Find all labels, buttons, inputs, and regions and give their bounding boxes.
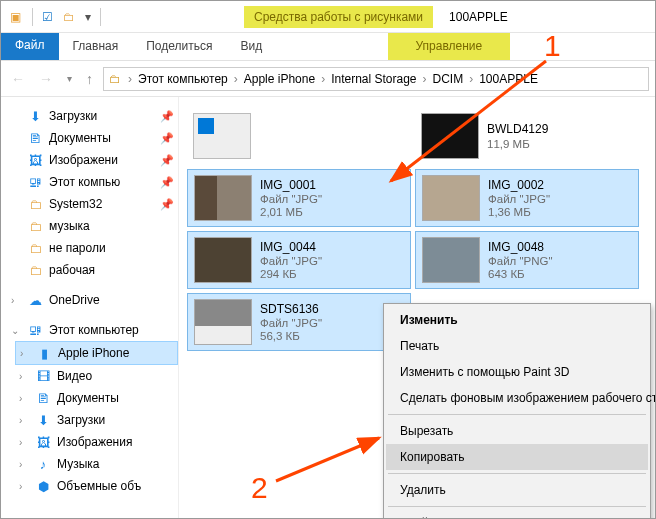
chevron-right-icon[interactable]: › xyxy=(467,72,475,86)
sidebar-item-label: рабочая xyxy=(49,263,95,277)
file-tile[interactable]: IMG_0002 Файл "JPG" 1,36 МБ xyxy=(415,169,639,227)
file-size: 643 КБ xyxy=(488,268,553,280)
sidebar-item[interactable]: › ⬇ Загрузки xyxy=(15,409,178,431)
context-menu-item[interactable]: Изменить с помощью Paint 3D xyxy=(386,359,648,385)
file-type: Файл "JPG" xyxy=(260,193,322,205)
cube-icon: ⬢ xyxy=(35,478,51,494)
chevron-right-icon[interactable]: › xyxy=(19,393,29,404)
video-icon: 🎞 xyxy=(35,368,51,384)
sidebar-item-label: музыка xyxy=(49,219,90,233)
sidebar-item[interactable]: › 🎞 Видео xyxy=(15,365,178,387)
sidebar-item-label: Загрузки xyxy=(49,109,97,123)
sidebar-item[interactable]: 🗀 System32 📌 xyxy=(7,193,178,215)
qat-folder-icon[interactable]: 🗀 xyxy=(63,10,75,24)
file-size: 11,9 МБ xyxy=(487,138,548,150)
context-menu-item[interactable]: Сделать фоновым изображением рабочего ст… xyxy=(386,385,648,411)
chevron-right-icon[interactable]: › xyxy=(232,72,240,86)
file-name: SDTS6136 xyxy=(260,302,322,316)
context-menu-item[interactable]: Свойства xyxy=(386,510,648,519)
picture-tools-tab[interactable]: Средства работы с рисунками xyxy=(244,6,433,28)
title-bar: ▣ ☑ 🗀 ▾ Средства работы с рисунками 100A… xyxy=(1,1,655,33)
context-menu-item[interactable]: Копировать xyxy=(386,444,648,470)
context-menu-item[interactable]: Печать xyxy=(386,333,648,359)
file-name: IMG_0048 xyxy=(488,240,553,254)
sidebar-item[interactable]: 🗀 рабочая xyxy=(7,259,178,281)
sidebar-item-label: Музыка xyxy=(57,457,99,471)
ribbon-tabs: Файл Главная Поделиться Вид Управление xyxy=(1,33,655,61)
quick-access-toolbar: ☑ 🗀 ▾ xyxy=(36,10,97,24)
tab-share[interactable]: Поделиться xyxy=(132,33,226,60)
file-tile[interactable] xyxy=(187,107,411,165)
chevron-right-icon[interactable]: › xyxy=(19,415,29,426)
sidebar-item[interactable]: › ⬢ Объемные объ xyxy=(15,475,178,497)
cloud-icon: ☁ xyxy=(27,292,43,308)
file-tile[interactable]: IMG_0001 Файл "JPG" 2,01 МБ xyxy=(187,169,411,227)
file-meta: IMG_0044 Файл "JPG" 294 КБ xyxy=(260,240,322,280)
address-bar[interactable]: 🗀 › Этот компьютер › Apple iPhone › Inte… xyxy=(103,67,649,91)
context-menu: ИзменитьПечатьИзменить с помощью Paint 3… xyxy=(383,303,651,519)
sidebar-item[interactable]: 🗀 не пароли xyxy=(7,237,178,259)
crumb[interactable]: Этот компьютер xyxy=(134,72,232,86)
file-type: Файл "JPG" xyxy=(488,193,550,205)
chevron-right-icon[interactable]: › xyxy=(319,72,327,86)
crumb[interactable]: DCIM xyxy=(429,72,468,86)
download-icon: ⬇ xyxy=(35,412,51,428)
sidebar-item-label: Изображени xyxy=(49,153,118,167)
sidebar-item[interactable]: 🗀 музыка xyxy=(7,215,178,237)
sidebar-item-label: Видео xyxy=(57,369,92,383)
chevron-right-icon[interactable]: › xyxy=(11,295,21,306)
tab-view[interactable]: Вид xyxy=(226,33,276,60)
recent-dropdown-icon[interactable]: ▾ xyxy=(63,73,76,84)
chevron-down-icon[interactable]: ⌄ xyxy=(11,325,21,336)
sidebar-item[interactable]: › 🖼 Изображения xyxy=(15,431,178,453)
doc-icon: 🖹 xyxy=(35,390,51,406)
sidebar-item-label: Этот компьютер xyxy=(49,323,139,337)
window-title: 100APPLE xyxy=(433,10,524,24)
context-menu-item[interactable]: Изменить xyxy=(386,307,648,333)
context-menu-item[interactable]: Удалить xyxy=(386,477,648,503)
file-meta: IMG_0048 Файл "PNG" 643 КБ xyxy=(488,240,553,280)
chevron-right-icon[interactable]: › xyxy=(20,348,30,359)
chevron-right-icon[interactable]: › xyxy=(126,72,134,86)
chevron-right-icon[interactable]: › xyxy=(19,459,29,470)
sidebar-item-label: OneDrive xyxy=(49,293,100,307)
crumb[interactable]: 100APPLE xyxy=(475,72,542,86)
sidebar-item-onedrive[interactable]: › ☁ OneDrive xyxy=(7,289,178,311)
crumb[interactable]: Internal Storage xyxy=(327,72,420,86)
pin-icon: 📌 xyxy=(160,110,174,123)
tab-home[interactable]: Главная xyxy=(59,33,133,60)
sidebar-item[interactable]: › ♪ Музыка xyxy=(15,453,178,475)
chevron-right-icon[interactable]: › xyxy=(19,481,29,492)
up-button[interactable]: ↑ xyxy=(82,71,97,87)
file-name: IMG_0002 xyxy=(488,178,550,192)
sidebar-item[interactable]: › 🖹 Документы xyxy=(15,387,178,409)
chevron-right-icon[interactable]: › xyxy=(19,437,29,448)
sidebar-item[interactable]: ⬇ Загрузки 📌 xyxy=(7,105,178,127)
sidebar-item[interactable]: 🖹 Документы 📌 xyxy=(7,127,178,149)
qat-checked-icon[interactable]: ☑ xyxy=(42,10,53,24)
sidebar-item[interactable]: › ▮ Apple iPhone xyxy=(15,341,178,365)
file-size: 2,01 МБ xyxy=(260,206,322,218)
pc-icon: 🖳 xyxy=(27,322,43,338)
file-size: 1,36 МБ xyxy=(488,206,550,218)
sidebar-item[interactable]: 🖼 Изображени 📌 xyxy=(7,149,178,171)
back-button[interactable]: ← xyxy=(7,71,29,87)
tab-manage[interactable]: Управление xyxy=(388,33,511,60)
file-tile[interactable]: IMG_0044 Файл "JPG" 294 КБ xyxy=(187,231,411,289)
tab-file[interactable]: Файл xyxy=(1,33,59,60)
qat-overflow-icon[interactable]: ▾ xyxy=(85,10,91,24)
file-meta: BWLD4129 11,9 МБ xyxy=(487,122,548,150)
sidebar-item-thispc[interactable]: ⌄ 🖳 Этот компьютер xyxy=(7,319,178,341)
sidebar-item[interactable]: 🖳 Этот компью 📌 xyxy=(7,171,178,193)
forward-button[interactable]: → xyxy=(35,71,57,87)
file-tile[interactable]: SDTS6136 Файл "JPG" 56,3 КБ xyxy=(187,293,411,351)
context-menu-item[interactable]: Вырезать xyxy=(386,418,648,444)
file-tile[interactable]: IMG_0048 Файл "PNG" 643 КБ xyxy=(415,231,639,289)
folder-icon: 🗀 xyxy=(27,196,43,212)
crumb[interactable]: Apple iPhone xyxy=(240,72,319,86)
sidebar-item-label: Документы xyxy=(57,391,119,405)
chevron-right-icon[interactable]: › xyxy=(421,72,429,86)
file-type: Файл "PNG" xyxy=(488,255,553,267)
file-tile[interactable]: BWLD4129 11,9 МБ xyxy=(415,107,639,165)
chevron-right-icon[interactable]: › xyxy=(19,371,29,382)
